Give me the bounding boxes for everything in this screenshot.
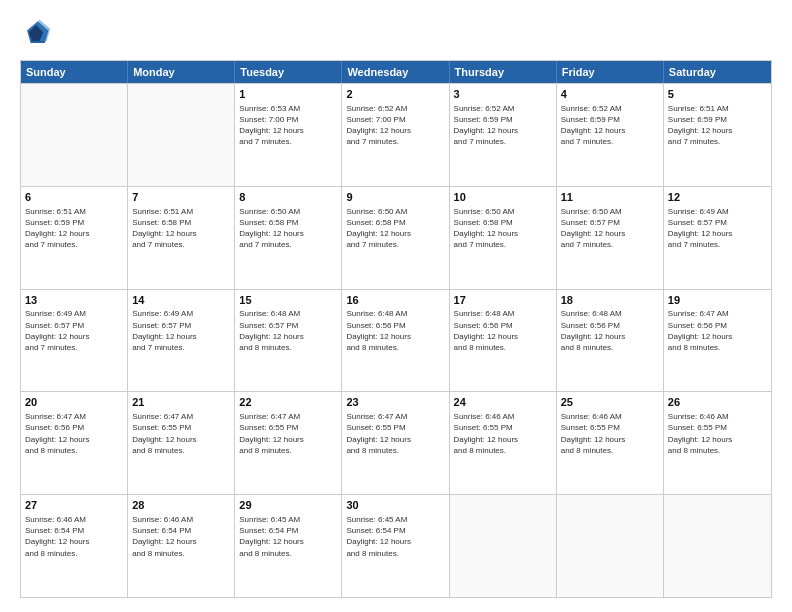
cell-date: 21	[132, 395, 230, 410]
day-23: 23Sunrise: 6:47 AM Sunset: 6:55 PM Dayli…	[342, 392, 449, 494]
cell-info: Sunrise: 6:52 AM Sunset: 6:59 PM Dayligh…	[561, 103, 659, 148]
cell-info: Sunrise: 6:49 AM Sunset: 6:57 PM Dayligh…	[668, 206, 767, 251]
day-17: 17Sunrise: 6:48 AM Sunset: 6:56 PM Dayli…	[450, 290, 557, 392]
cell-info: Sunrise: 6:52 AM Sunset: 7:00 PM Dayligh…	[346, 103, 444, 148]
cal-header-cell: Sunday	[21, 61, 128, 83]
cell-date: 6	[25, 190, 123, 205]
cell-date: 18	[561, 293, 659, 308]
day-13: 13Sunrise: 6:49 AM Sunset: 6:57 PM Dayli…	[21, 290, 128, 392]
cell-date: 9	[346, 190, 444, 205]
day-27: 27Sunrise: 6:46 AM Sunset: 6:54 PM Dayli…	[21, 495, 128, 597]
day-2: 2Sunrise: 6:52 AM Sunset: 7:00 PM Daylig…	[342, 84, 449, 186]
day-29: 29Sunrise: 6:45 AM Sunset: 6:54 PM Dayli…	[235, 495, 342, 597]
cell-info: Sunrise: 6:46 AM Sunset: 6:55 PM Dayligh…	[561, 411, 659, 456]
cell-info: Sunrise: 6:49 AM Sunset: 6:57 PM Dayligh…	[25, 308, 123, 353]
empty-cell	[664, 495, 771, 597]
calendar-header: SundayMondayTuesdayWednesdayThursdayFrid…	[21, 61, 771, 83]
day-8: 8Sunrise: 6:50 AM Sunset: 6:58 PM Daylig…	[235, 187, 342, 289]
cell-date: 11	[561, 190, 659, 205]
empty-cell	[128, 84, 235, 186]
cell-date: 3	[454, 87, 552, 102]
cell-info: Sunrise: 6:48 AM Sunset: 6:57 PM Dayligh…	[239, 308, 337, 353]
day-10: 10Sunrise: 6:50 AM Sunset: 6:58 PM Dayli…	[450, 187, 557, 289]
cell-info: Sunrise: 6:51 AM Sunset: 6:59 PM Dayligh…	[25, 206, 123, 251]
cell-info: Sunrise: 6:53 AM Sunset: 7:00 PM Dayligh…	[239, 103, 337, 148]
day-20: 20Sunrise: 6:47 AM Sunset: 6:56 PM Dayli…	[21, 392, 128, 494]
cell-info: Sunrise: 6:52 AM Sunset: 6:59 PM Dayligh…	[454, 103, 552, 148]
cell-info: Sunrise: 6:51 AM Sunset: 6:59 PM Dayligh…	[668, 103, 767, 148]
cell-date: 24	[454, 395, 552, 410]
cell-date: 1	[239, 87, 337, 102]
day-22: 22Sunrise: 6:47 AM Sunset: 6:55 PM Dayli…	[235, 392, 342, 494]
cell-date: 8	[239, 190, 337, 205]
cell-info: Sunrise: 6:47 AM Sunset: 6:56 PM Dayligh…	[668, 308, 767, 353]
logo-icon	[20, 18, 52, 50]
day-11: 11Sunrise: 6:50 AM Sunset: 6:57 PM Dayli…	[557, 187, 664, 289]
day-6: 6Sunrise: 6:51 AM Sunset: 6:59 PM Daylig…	[21, 187, 128, 289]
cell-date: 20	[25, 395, 123, 410]
cell-date: 13	[25, 293, 123, 308]
day-21: 21Sunrise: 6:47 AM Sunset: 6:55 PM Dayli…	[128, 392, 235, 494]
day-1: 1Sunrise: 6:53 AM Sunset: 7:00 PM Daylig…	[235, 84, 342, 186]
day-15: 15Sunrise: 6:48 AM Sunset: 6:57 PM Dayli…	[235, 290, 342, 392]
cell-date: 7	[132, 190, 230, 205]
day-26: 26Sunrise: 6:46 AM Sunset: 6:55 PM Dayli…	[664, 392, 771, 494]
day-25: 25Sunrise: 6:46 AM Sunset: 6:55 PM Dayli…	[557, 392, 664, 494]
cell-info: Sunrise: 6:47 AM Sunset: 6:55 PM Dayligh…	[346, 411, 444, 456]
cell-info: Sunrise: 6:50 AM Sunset: 6:58 PM Dayligh…	[239, 206, 337, 251]
cell-date: 2	[346, 87, 444, 102]
day-14: 14Sunrise: 6:49 AM Sunset: 6:57 PM Dayli…	[128, 290, 235, 392]
week-row-0: 1Sunrise: 6:53 AM Sunset: 7:00 PM Daylig…	[21, 83, 771, 186]
day-28: 28Sunrise: 6:46 AM Sunset: 6:54 PM Dayli…	[128, 495, 235, 597]
day-30: 30Sunrise: 6:45 AM Sunset: 6:54 PM Dayli…	[342, 495, 449, 597]
cell-info: Sunrise: 6:46 AM Sunset: 6:54 PM Dayligh…	[25, 514, 123, 559]
calendar-body: 1Sunrise: 6:53 AM Sunset: 7:00 PM Daylig…	[21, 83, 771, 597]
day-24: 24Sunrise: 6:46 AM Sunset: 6:55 PM Dayli…	[450, 392, 557, 494]
day-18: 18Sunrise: 6:48 AM Sunset: 6:56 PM Dayli…	[557, 290, 664, 392]
cell-date: 30	[346, 498, 444, 513]
cal-header-cell: Monday	[128, 61, 235, 83]
cell-info: Sunrise: 6:50 AM Sunset: 6:58 PM Dayligh…	[346, 206, 444, 251]
day-4: 4Sunrise: 6:52 AM Sunset: 6:59 PM Daylig…	[557, 84, 664, 186]
cell-date: 27	[25, 498, 123, 513]
cell-info: Sunrise: 6:48 AM Sunset: 6:56 PM Dayligh…	[454, 308, 552, 353]
cell-date: 19	[668, 293, 767, 308]
cell-date: 17	[454, 293, 552, 308]
cell-date: 26	[668, 395, 767, 410]
day-7: 7Sunrise: 6:51 AM Sunset: 6:58 PM Daylig…	[128, 187, 235, 289]
cell-date: 23	[346, 395, 444, 410]
cell-info: Sunrise: 6:48 AM Sunset: 6:56 PM Dayligh…	[346, 308, 444, 353]
cal-header-cell: Wednesday	[342, 61, 449, 83]
cal-header-cell: Friday	[557, 61, 664, 83]
cell-info: Sunrise: 6:47 AM Sunset: 6:55 PM Dayligh…	[132, 411, 230, 456]
cell-info: Sunrise: 6:47 AM Sunset: 6:55 PM Dayligh…	[239, 411, 337, 456]
day-9: 9Sunrise: 6:50 AM Sunset: 6:58 PM Daylig…	[342, 187, 449, 289]
cell-date: 10	[454, 190, 552, 205]
cell-date: 12	[668, 190, 767, 205]
empty-cell	[450, 495, 557, 597]
empty-cell	[557, 495, 664, 597]
cell-info: Sunrise: 6:46 AM Sunset: 6:55 PM Dayligh…	[668, 411, 767, 456]
page: SundayMondayTuesdayWednesdayThursdayFrid…	[0, 0, 792, 612]
cell-info: Sunrise: 6:48 AM Sunset: 6:56 PM Dayligh…	[561, 308, 659, 353]
cell-info: Sunrise: 6:49 AM Sunset: 6:57 PM Dayligh…	[132, 308, 230, 353]
cell-date: 28	[132, 498, 230, 513]
cal-header-cell: Tuesday	[235, 61, 342, 83]
cell-date: 15	[239, 293, 337, 308]
week-row-3: 20Sunrise: 6:47 AM Sunset: 6:56 PM Dayli…	[21, 391, 771, 494]
empty-cell	[21, 84, 128, 186]
cell-info: Sunrise: 6:45 AM Sunset: 6:54 PM Dayligh…	[239, 514, 337, 559]
cell-info: Sunrise: 6:50 AM Sunset: 6:58 PM Dayligh…	[454, 206, 552, 251]
day-5: 5Sunrise: 6:51 AM Sunset: 6:59 PM Daylig…	[664, 84, 771, 186]
header	[20, 18, 772, 50]
cell-date: 4	[561, 87, 659, 102]
cell-info: Sunrise: 6:51 AM Sunset: 6:58 PM Dayligh…	[132, 206, 230, 251]
cell-info: Sunrise: 6:45 AM Sunset: 6:54 PM Dayligh…	[346, 514, 444, 559]
day-12: 12Sunrise: 6:49 AM Sunset: 6:57 PM Dayli…	[664, 187, 771, 289]
cell-info: Sunrise: 6:47 AM Sunset: 6:56 PM Dayligh…	[25, 411, 123, 456]
cell-date: 25	[561, 395, 659, 410]
cell-info: Sunrise: 6:46 AM Sunset: 6:55 PM Dayligh…	[454, 411, 552, 456]
logo	[20, 18, 56, 50]
week-row-4: 27Sunrise: 6:46 AM Sunset: 6:54 PM Dayli…	[21, 494, 771, 597]
day-19: 19Sunrise: 6:47 AM Sunset: 6:56 PM Dayli…	[664, 290, 771, 392]
